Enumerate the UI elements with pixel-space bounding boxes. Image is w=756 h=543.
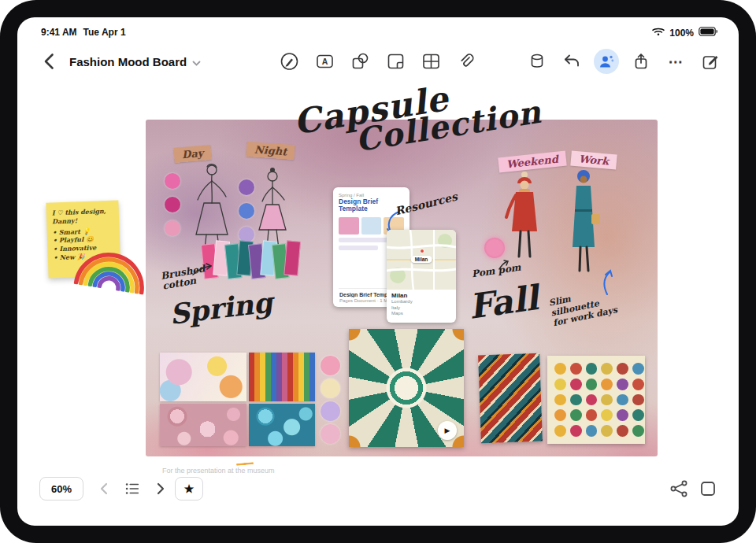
fashion-figure-weekend[interactable] — [498, 170, 550, 272]
tape-label-night[interactable]: Night — [246, 142, 295, 160]
color-swatch — [554, 409, 566, 421]
document-title-menu[interactable]: Fashion Mood Board — [69, 55, 201, 68]
star-button[interactable]: ★ — [175, 477, 203, 501]
color-swatch — [554, 379, 566, 390]
photo-roses[interactable] — [160, 404, 246, 446]
color-swatch — [165, 220, 180, 236]
tape-label-work[interactable]: Work — [570, 151, 617, 170]
season-label-spring[interactable]: Spring — [168, 288, 274, 329]
color-swatch — [632, 409, 644, 421]
next-board-button[interactable] — [150, 478, 172, 500]
arrow-sketch[interactable] — [191, 261, 212, 277]
screen: 9:41 AM Tue Apr 1 100% — [17, 17, 739, 526]
tile-pattern-video[interactable]: ▶ — [349, 329, 464, 447]
map-pin-label: Milan — [411, 256, 432, 263]
tape-label-day[interactable]: Day — [173, 145, 212, 163]
color-swatch — [239, 203, 254, 219]
map-country: Italy — [391, 305, 451, 312]
color-swatch — [321, 424, 340, 444]
color-swatch — [586, 363, 598, 375]
photo-collage[interactable] — [160, 353, 315, 446]
pom-swatch[interactable] — [484, 238, 505, 258]
dot-pattern-swatch[interactable] — [547, 356, 645, 444]
shapes-tool-icon[interactable] — [348, 49, 373, 74]
color-swatch — [617, 425, 628, 437]
color-swatch — [239, 179, 254, 195]
fit-view-icon[interactable] — [697, 478, 719, 500]
rainbow-drawing[interactable] — [72, 238, 152, 298]
clock: 9:41 AM — [41, 27, 77, 38]
collaboration-icon[interactable] — [594, 49, 619, 74]
previous-board-button[interactable] — [93, 478, 115, 500]
color-swatch — [601, 379, 613, 390]
ipad-frame: 9:41 AM Tue Apr 1 100% — [0, 0, 756, 543]
wifi-icon — [652, 27, 665, 39]
color-swatch — [617, 409, 628, 421]
zoom-button[interactable]: 60% — [39, 477, 83, 501]
undo-icon[interactable] — [559, 49, 584, 74]
color-swatch — [570, 425, 582, 437]
brief-text-bar — [339, 246, 378, 250]
attachment-tool-icon[interactable] — [454, 49, 480, 74]
color-swatch — [554, 394, 566, 406]
toolbar-tools: A — [277, 46, 480, 77]
connect-diagram-icon[interactable] — [668, 478, 690, 500]
color-swatch — [617, 394, 628, 406]
color-swatch — [601, 425, 613, 437]
blue-arrow-sketch[interactable] — [599, 269, 615, 296]
map-pin — [420, 249, 424, 253]
color-dot-column[interactable] — [321, 356, 340, 447]
status-right: 100% — [652, 27, 718, 39]
color-swatch — [321, 401, 340, 421]
color-swatch — [632, 394, 644, 406]
map-card[interactable]: Milan Milan Lombardy Italy Maps — [387, 230, 456, 323]
map-city: Milan — [391, 292, 451, 299]
color-dot-column[interactable] — [165, 173, 180, 244]
color-swatch — [632, 363, 644, 375]
color-swatch — [601, 363, 613, 375]
color-swatch — [586, 394, 598, 406]
color-swatch — [586, 409, 598, 421]
board-list-icon[interactable] — [121, 478, 143, 500]
photo-rainbow-stripes[interactable] — [249, 353, 315, 401]
draw-tool-icon[interactable] — [277, 49, 302, 74]
board-caption[interactable]: For the presentation at the museum — [162, 467, 275, 475]
status-bar: 9:41 AM Tue Apr 1 100% — [17, 27, 739, 39]
star-icon: ★ — [184, 482, 195, 495]
map-source: Maps — [391, 311, 451, 317]
battery-percent: 100% — [669, 28, 694, 39]
toolbar: Fashion Mood Board A — [17, 46, 739, 77]
color-swatch — [601, 394, 613, 406]
back-button[interactable] — [36, 49, 61, 74]
highlight-mark[interactable] — [236, 462, 254, 466]
share-icon[interactable] — [628, 49, 654, 74]
color-swatch — [632, 379, 644, 390]
arrow-sketch[interactable] — [497, 260, 510, 271]
play-button[interactable]: ▶ — [438, 421, 457, 440]
sticky-line: Danny! — [52, 215, 113, 226]
sticky-note-tool-icon[interactable] — [384, 49, 409, 74]
fabric-swatches[interactable] — [202, 242, 299, 277]
color-swatch — [570, 409, 582, 421]
more-icon[interactable]: ⋯ — [663, 49, 688, 74]
mood-board-canvas[interactable]: Day Night Weekend Work — [146, 120, 658, 456]
toolbar-actions: ⋯ — [524, 46, 723, 77]
color-swatch — [321, 356, 340, 375]
season-label-fall[interactable]: Fall — [466, 280, 540, 325]
chevron-down-icon — [192, 55, 201, 68]
map-region: Lombardy — [391, 299, 451, 305]
color-swatch — [586, 379, 598, 390]
zigzag-pattern-swatch[interactable] — [478, 353, 543, 444]
color-swatch — [570, 379, 582, 390]
photo-abstract-pastel[interactable] — [160, 353, 246, 401]
play-icon: ▶ — [445, 427, 450, 434]
map-preview: Milan — [387, 230, 456, 290]
table-tool-icon[interactable] — [419, 49, 444, 74]
photo-blue-candies[interactable] — [249, 404, 315, 446]
color-swatch — [321, 379, 340, 398]
color-swatch — [570, 363, 582, 375]
fashion-figure-work[interactable] — [560, 168, 607, 282]
text-tool-icon[interactable]: A — [313, 49, 338, 74]
color-swatch — [165, 197, 180, 212]
new-board-icon[interactable] — [698, 49, 723, 74]
